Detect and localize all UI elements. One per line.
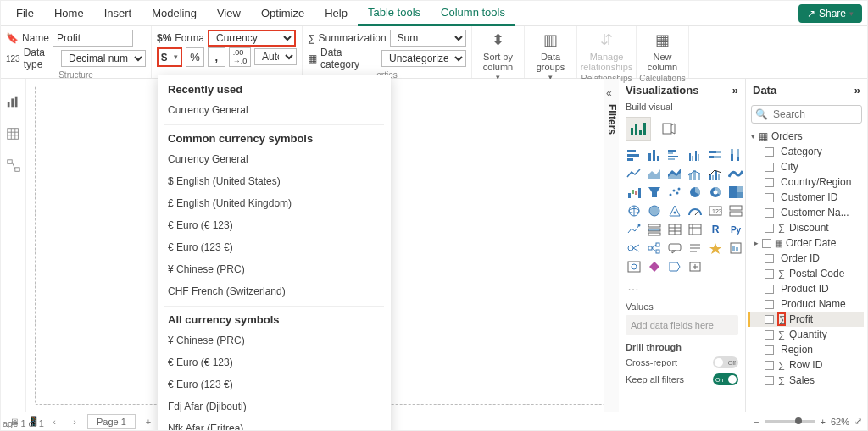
field-postal-code[interactable]: ∑Postal Code	[749, 266, 864, 281]
new-column-button[interactable]: ▦ New column	[637, 30, 689, 74]
field-country[interactable]: Country/Region	[749, 174, 864, 190]
tab-file[interactable]: File	[6, 2, 44, 25]
viz-funnel[interactable]	[646, 185, 663, 200]
field-row-id[interactable]: ∑Row ID	[749, 357, 864, 373]
viz-table[interactable]	[666, 222, 683, 237]
decimal-format-button[interactable]: .00→.0	[229, 47, 251, 67]
viz-decomposition[interactable]	[646, 240, 663, 256]
data-view-icon[interactable]	[6, 126, 21, 141]
viz-100-stacked-column[interactable]	[727, 147, 744, 163]
table-node[interactable]: ▾ ▦ Orders	[749, 129, 864, 144]
data-search[interactable]: 🔍	[751, 105, 862, 124]
viz-qa[interactable]	[666, 240, 683, 256]
viz-r[interactable]: R	[707, 222, 724, 237]
percent-format-button[interactable]: %	[186, 47, 203, 67]
dd-item[interactable]: Currency General	[158, 99, 391, 121]
viz-more[interactable]: …	[619, 276, 745, 296]
field-quantity[interactable]: ∑Quantity	[749, 327, 864, 342]
dd-item[interactable]: Currency General	[158, 148, 391, 170]
prev-page-button[interactable]: ‹	[47, 415, 62, 428]
viz-azure-map[interactable]	[666, 203, 683, 218]
model-view-icon[interactable]	[6, 158, 21, 174]
viz-key-influencers[interactable]	[626, 240, 643, 256]
dd-item[interactable]: $ English (United States)	[158, 170, 391, 192]
viz-waterfall[interactable]	[626, 185, 643, 200]
decimal-places-select[interactable]: Auto	[254, 48, 297, 65]
field-order-date[interactable]: ▸▦Order Date	[749, 235, 864, 251]
field-sales[interactable]: ∑Sales	[749, 373, 864, 388]
viz-donut[interactable]	[707, 185, 724, 200]
datacategory-select[interactable]: Uncategorized	[381, 50, 466, 67]
field-profit[interactable]: ∑Profit	[749, 312, 864, 327]
zoom-in-button[interactable]: +	[821, 417, 826, 427]
viz-matrix[interactable]	[687, 222, 704, 237]
dd-item[interactable]: Fdj Afar (Djibouti)	[158, 395, 391, 417]
fit-page-button[interactable]: ⤢	[854, 416, 862, 427]
viz-card[interactable]: 123	[707, 203, 724, 218]
tab-insert[interactable]: Insert	[94, 2, 142, 25]
add-page-button[interactable]: +	[141, 415, 156, 428]
zoom-slider[interactable]	[765, 420, 815, 423]
dd-item[interactable]: ¥ Chinese (PRC)	[158, 258, 391, 280]
format-visual-tab[interactable]	[656, 117, 682, 141]
viz-kpi[interactable]	[626, 222, 643, 237]
viz-line-clustered-column[interactable]	[707, 166, 724, 181]
viz-map[interactable]	[626, 203, 643, 218]
dd-item[interactable]: € Euro (€ 123)	[158, 214, 391, 236]
values-dropzone[interactable]: Add data fields here	[626, 315, 738, 335]
viz-line-stacked-column[interactable]	[687, 166, 704, 181]
viz-py[interactable]: Py	[727, 222, 744, 237]
viz-stacked-column[interactable]	[646, 147, 663, 163]
viz-pie[interactable]	[687, 185, 704, 200]
viz-narrative[interactable]	[687, 240, 704, 256]
dd-item[interactable]: € Euro (€ 123)	[158, 351, 391, 373]
viz-powerapps[interactable]	[646, 259, 663, 274]
viz-stacked-bar[interactable]	[626, 147, 643, 163]
tab-help[interactable]: Help	[314, 2, 358, 25]
viz-goals[interactable]	[707, 240, 724, 256]
dd-item[interactable]: € Euro (123 €)	[158, 373, 391, 395]
next-page-button[interactable]: ›	[67, 415, 82, 428]
field-region[interactable]: Region	[749, 342, 864, 357]
field-product-name[interactable]: Product Name	[749, 296, 864, 312]
dd-item[interactable]: € Euro (123 €)	[158, 236, 391, 258]
cross-report-toggle[interactable]: Off	[713, 356, 738, 368]
zoom-out-button[interactable]: −	[754, 417, 759, 427]
dd-item[interactable]: ¥ Chinese (PRC)	[158, 329, 391, 351]
viz-treemap[interactable]	[727, 185, 744, 200]
page-tab[interactable]: Page 1	[87, 414, 136, 429]
viz-line[interactable]	[626, 166, 643, 181]
format-select[interactable]: Currency	[208, 30, 296, 47]
viz-area[interactable]	[646, 166, 663, 181]
comma-format-button[interactable]: ,	[208, 47, 225, 67]
field-category[interactable]: Category	[749, 144, 864, 159]
summarization-select[interactable]: Sum	[390, 30, 466, 47]
viz-arcgis[interactable]	[626, 259, 643, 274]
share-button[interactable]: ↗ Share ▾	[798, 4, 862, 23]
tab-modeling[interactable]: Modeling	[142, 2, 207, 25]
field-customer-name[interactable]: Customer Na...	[749, 205, 864, 220]
viz-clustered-column[interactable]	[687, 147, 704, 163]
viz-slicer[interactable]	[646, 222, 663, 237]
tab-table-tools[interactable]: Table tools	[358, 1, 431, 26]
sort-by-column-button[interactable]: ⬍ Sort by column▾	[472, 30, 525, 84]
datatype-select[interactable]: Decimal number	[61, 50, 146, 67]
currency-format-button[interactable]: $▾	[157, 47, 182, 67]
field-customer-id[interactable]: Customer ID	[749, 190, 864, 205]
build-visual-tab[interactable]	[626, 117, 651, 141]
viz-gauge[interactable]	[687, 203, 704, 218]
viz-filled-map[interactable]	[646, 203, 663, 218]
expand-filters-icon[interactable]: «	[606, 87, 612, 99]
field-product-id[interactable]: Product ID	[749, 281, 864, 296]
viz-100-stacked-bar[interactable]	[707, 147, 724, 163]
keep-filters-toggle[interactable]: On	[713, 373, 738, 385]
report-view-icon[interactable]	[6, 94, 21, 109]
tab-view[interactable]: View	[207, 2, 251, 25]
data-groups-button[interactable]: ▥ Data groups▾	[525, 30, 577, 84]
field-discount[interactable]: ∑Discount	[749, 220, 864, 235]
viz-get-more[interactable]	[687, 259, 704, 274]
viz-ribbon[interactable]	[727, 166, 744, 181]
name-input[interactable]	[53, 30, 133, 47]
collapse-viz-icon[interactable]: »	[732, 84, 738, 97]
dd-item[interactable]: £ English (United Kingdom)	[158, 192, 391, 214]
